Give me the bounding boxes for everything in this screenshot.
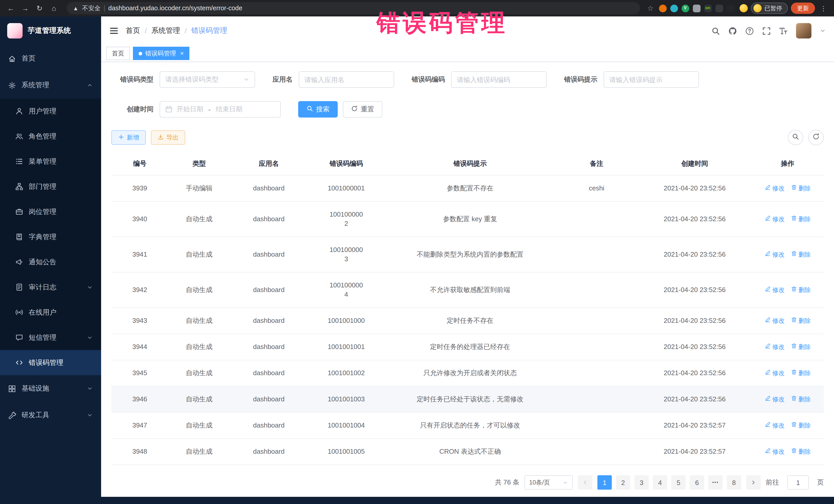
- toggle-search-button[interactable]: [788, 130, 803, 145]
- page-button-8[interactable]: 8: [727, 475, 741, 490]
- edit-link[interactable]: 修改: [765, 369, 785, 378]
- delete-link[interactable]: 删除: [791, 395, 811, 404]
- ext-icon-dark-green[interactable]: [715, 4, 723, 12]
- sidebar-item-user[interactable]: 用户管理: [0, 98, 101, 124]
- breadcrumb-item[interactable]: 首页: [126, 26, 140, 36]
- delete-link[interactable]: 删除: [791, 421, 811, 430]
- sidebar-item-online[interactable]: 在线用户: [0, 300, 101, 325]
- sidebar-item-system[interactable]: 系统管理: [0, 72, 101, 98]
- edit-link[interactable]: 修改: [765, 395, 785, 404]
- page-button-3[interactable]: 3: [634, 475, 649, 490]
- page-button-4[interactable]: 4: [653, 475, 667, 490]
- create-time-range-picker[interactable]: 开始日期 - 结束日期: [160, 101, 281, 117]
- breadcrumb-separator: /: [185, 27, 187, 35]
- delete-link[interactable]: 删除: [791, 316, 811, 325]
- error-type-select[interactable]: 请选择错误码类型: [160, 71, 255, 88]
- ext-icon-teal[interactable]: [670, 4, 678, 12]
- error-code-input[interactable]: [451, 71, 547, 88]
- delete-link[interactable]: 删除: [791, 447, 811, 456]
- delete-link[interactable]: 删除: [791, 369, 811, 378]
- forward-icon[interactable]: →: [20, 4, 31, 12]
- browser-menu-icon[interactable]: ⋮: [818, 4, 829, 12]
- sidebar-item-post[interactable]: 岗位管理: [0, 199, 101, 224]
- edit-link[interactable]: 修改: [765, 184, 785, 193]
- reset-button[interactable]: 重置: [343, 101, 382, 117]
- github-icon[interactable]: [728, 26, 737, 35]
- chevron-down-icon[interactable]: [820, 28, 826, 34]
- address-bar[interactable]: ▲ 不安全 dashboard.yudao.iocoder.cn/system/…: [67, 2, 640, 14]
- home-icon[interactable]: ⌂: [48, 4, 60, 12]
- goto-page-input[interactable]: [787, 475, 809, 490]
- ext-icon-green-v[interactable]: V: [681, 4, 689, 12]
- delete-link[interactable]: 删除: [791, 184, 811, 193]
- cell-hint: 只允许修改为开启或者关闭状态: [385, 360, 555, 386]
- refresh-table-button[interactable]: [808, 130, 824, 145]
- edit-icon: [765, 447, 771, 456]
- table-row: 3948自动生成dashboard1001001005CRON 表达式不正确20…: [111, 439, 824, 465]
- page-size-select[interactable]: 10条/页: [525, 475, 573, 490]
- close-icon[interactable]: ×: [180, 50, 184, 57]
- edit-link[interactable]: 修改: [765, 215, 785, 224]
- ext-icon-dark[interactable]: [726, 4, 734, 12]
- sidebar-item-sms[interactable]: 短信管理: [0, 325, 101, 350]
- app-logo: 芋道管理系统: [0, 17, 101, 45]
- active-tab-dot: [138, 51, 142, 55]
- delete-link[interactable]: 删除: [791, 215, 811, 224]
- user-avatar[interactable]: [796, 23, 811, 39]
- sidebar-item-notice[interactable]: 通知公告: [0, 249, 101, 275]
- sidebar-item-errorcode[interactable]: 错误码管理: [0, 350, 101, 375]
- sidebar-item-dict[interactable]: 字典管理: [0, 224, 101, 249]
- sidebar-item-devtools[interactable]: 研发工具: [0, 402, 101, 429]
- cell-hint: 定时任务的处理器已经存在: [385, 334, 555, 360]
- sidebar-item-infra[interactable]: 基础设施: [0, 375, 101, 402]
- search-button[interactable]: 搜索: [298, 101, 338, 117]
- sidebar-item-label: 错误码管理: [29, 358, 63, 367]
- profile-emoji-avatar[interactable]: [739, 4, 748, 12]
- back-icon[interactable]: ←: [5, 4, 17, 12]
- ext-icon-on-badge[interactable]: on: [704, 4, 711, 12]
- edit-link[interactable]: 修改: [765, 342, 785, 352]
- fullscreen-icon[interactable]: [762, 26, 771, 35]
- edit-link[interactable]: 修改: [765, 285, 785, 294]
- delete-link[interactable]: 删除: [791, 342, 811, 352]
- font-size-icon[interactable]: [779, 26, 788, 35]
- collapse-sidebar-icon[interactable]: [109, 26, 118, 36]
- cell-remark: [555, 201, 638, 237]
- error-hint-input[interactable]: [603, 71, 699, 88]
- app-name-input[interactable]: [299, 71, 394, 88]
- edit-link[interactable]: 修改: [765, 316, 785, 325]
- prev-page-button[interactable]: [578, 475, 592, 490]
- ext-icon-orange[interactable]: [659, 4, 666, 12]
- bookmark-star-icon[interactable]: ☆: [647, 4, 654, 12]
- sidebar-item-menu[interactable]: 菜单管理: [0, 149, 101, 174]
- paused-badge[interactable]: 已暂停: [751, 3, 788, 14]
- cell-actions: 修改删除: [751, 175, 824, 201]
- help-icon[interactable]: [745, 26, 754, 35]
- browser-update-button[interactable]: 更新: [791, 3, 815, 14]
- page-button-2[interactable]: 2: [616, 475, 630, 490]
- sidebar-item-home[interactable]: 首页: [0, 45, 101, 72]
- tab-error-code[interactable]: 错误码管理×: [133, 47, 190, 60]
- header-actions: [711, 23, 826, 39]
- extensions-puzzle-icon[interactable]: [693, 4, 700, 12]
- search-icon[interactable]: [711, 26, 720, 35]
- page-button-5[interactable]: 5: [671, 475, 686, 490]
- delete-link[interactable]: 删除: [791, 250, 811, 259]
- edit-link[interactable]: 修改: [765, 421, 785, 430]
- add-button[interactable]: 新增: [111, 130, 146, 145]
- sidebar-item-role[interactable]: 角色管理: [0, 124, 101, 149]
- page-button-1[interactable]: 1: [597, 475, 612, 490]
- next-page-button[interactable]: [746, 475, 761, 490]
- page-button-6[interactable]: 6: [690, 475, 704, 490]
- reload-icon[interactable]: ↻: [34, 4, 45, 12]
- export-button[interactable]: 导出: [151, 130, 185, 145]
- breadcrumb-item[interactable]: 系统管理: [151, 26, 180, 36]
- annotation-overlay: 错误码管理: [377, 7, 508, 39]
- sidebar-item-audit[interactable]: 审计日志: [0, 275, 101, 300]
- delete-link[interactable]: 删除: [791, 285, 811, 294]
- sidebar-item-dept[interactable]: 部门管理: [0, 174, 101, 199]
- edit-link[interactable]: 修改: [765, 250, 785, 259]
- edit-link[interactable]: 修改: [765, 447, 785, 456]
- more-pages-icon[interactable]: •••: [708, 475, 723, 490]
- tab-home[interactable]: 首页: [106, 47, 130, 60]
